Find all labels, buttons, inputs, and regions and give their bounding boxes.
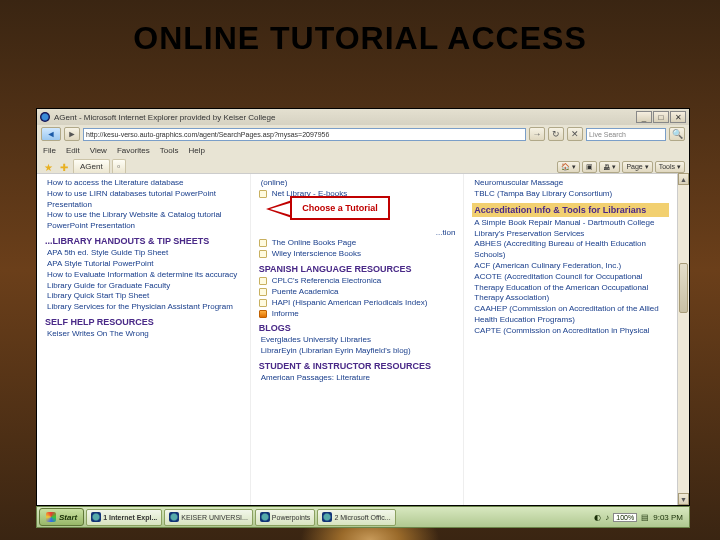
section-header: STUDENT & INSTRUCTOR RESOURCES [259, 360, 456, 372]
tray-icon[interactable]: ♪ [605, 513, 609, 522]
favorites-star-icon[interactable]: ★ [41, 161, 55, 173]
link-item[interactable]: How to Evaluate Information & determine … [45, 270, 242, 281]
tray-icon[interactable]: ▤ [641, 513, 649, 522]
doc-icon [259, 277, 267, 285]
link-item[interactable]: The Online Books Page [270, 238, 357, 249]
section-header: SPANISH LANGUAGE RESOURCES [259, 263, 456, 275]
app-icon [169, 512, 179, 522]
link-item[interactable]: How to use the Library Website & Catalog… [45, 210, 242, 232]
left-arrow-icon [266, 200, 292, 218]
add-favorite-icon[interactable]: ✚ [57, 161, 71, 173]
scroll-down-arrow-icon[interactable]: ▼ [678, 493, 689, 505]
doc-icon [259, 299, 267, 307]
browser-window: AGent - Microsoft Internet Explorer prov… [36, 108, 690, 506]
menu-edit[interactable]: Edit [66, 146, 80, 155]
link-item[interactable]: CPLC's Referencia Electronica [270, 276, 382, 287]
tools-menu[interactable]: Tools ▾ [655, 161, 685, 173]
zoom-indicator[interactable]: 100% [613, 513, 637, 522]
window-titlebar: AGent - Microsoft Internet Explorer prov… [37, 109, 689, 125]
stop-button[interactable]: ✕ [567, 127, 583, 141]
link-item[interactable]: TBLC (Tampa Bay Library Consortium) [472, 189, 669, 200]
callout-choose-tutorial: Choose a Tutorial [268, 196, 390, 228]
scroll-up-arrow-icon[interactable]: ▲ [678, 173, 689, 185]
doc-icon [259, 190, 267, 198]
taskbar: Start 1 Internet Expl... KEISER UNIVERSI… [36, 506, 690, 528]
close-button[interactable]: ✕ [670, 111, 686, 123]
link-item[interactable]: (online) [259, 178, 456, 189]
feeds-button[interactable]: ▣ [582, 161, 597, 173]
ie-icon [40, 112, 50, 122]
taskbar-item[interactable]: Powerpoints [255, 509, 316, 526]
app-icon [91, 512, 101, 522]
address-bar: ◄ ► http://kesu-verso.auto-graphics.com/… [37, 125, 689, 143]
link-item[interactable]: CAPTE (Commission on Accreditation in Ph… [472, 326, 669, 337]
clock[interactable]: 9:03 PM [653, 513, 683, 522]
search-button[interactable]: 🔍 [669, 127, 685, 141]
link-item[interactable]: American Passages: Literature [259, 373, 456, 384]
tab-agent[interactable]: AGent [73, 159, 110, 173]
taskbar-item[interactable]: 2 Microsoft Offic... [317, 509, 395, 526]
taskbar-item[interactable]: KEISER UNIVERSI... [164, 509, 253, 526]
search-input[interactable]: Live Search [586, 128, 666, 141]
link-item[interactable]: Puente Academica [270, 287, 339, 298]
windows-logo-icon [46, 512, 56, 522]
link-item[interactable]: Library Guide for Graduate Faculty [45, 281, 242, 292]
new-tab-button[interactable]: ▫ [112, 159, 126, 173]
link-item[interactable]: Keiser Writes On The Wrong [45, 329, 242, 340]
window-title: AGent - Microsoft Internet Explorer prov… [54, 113, 275, 122]
link-item[interactable]: Wiley Interscience Books [270, 249, 361, 260]
page-menu[interactable]: Page ▾ [622, 161, 652, 173]
section-header: ...LIBRARY HANDOUTS & TIP SHEETS [45, 235, 242, 247]
vertical-scrollbar[interactable]: ▲ ▼ [677, 173, 689, 505]
column-left: How to access the Literature database Ho… [37, 174, 251, 505]
link-item[interactable]: CAAHEP (Commission on Accreditation of t… [472, 304, 669, 326]
link-item[interactable]: LibrarEyin (Librarian Eyrin Mayfield's b… [259, 346, 456, 357]
link-item[interactable]: ACOTE (Accreditation Council for Occupat… [472, 272, 669, 304]
tab-bar: ★ ✚ AGent ▫ 🏠▾ ▣ 🖶▾ Page ▾ Tools ▾ [37, 157, 689, 173]
link-item[interactable]: HAPI (Hispanic American Periodicals Inde… [270, 298, 428, 309]
doc-icon [259, 239, 267, 247]
forward-button[interactable]: ► [64, 127, 80, 141]
link-item[interactable]: APA 5th ed. Style Guide Tip Sheet [45, 248, 242, 259]
print-button[interactable]: 🖶▾ [599, 161, 620, 173]
scroll-thumb[interactable] [679, 263, 688, 313]
app-icon [322, 512, 332, 522]
section-header: BLOGS [259, 322, 456, 334]
cut-text: ...tion [259, 228, 456, 239]
go-button[interactable]: → [529, 127, 545, 141]
start-button[interactable]: Start [39, 508, 84, 526]
app-icon [260, 512, 270, 522]
link-item[interactable]: Library Quick Start Tip Sheet [45, 291, 242, 302]
section-header: SELF HELP RESOURCES [45, 316, 242, 328]
link-item[interactable]: Library Services for the Physician Assis… [45, 302, 242, 313]
doc-icon [259, 310, 267, 318]
link-item[interactable]: Neuromuscular Massage [472, 178, 669, 189]
menu-bar: File Edit View Favorites Tools Help [37, 143, 689, 157]
column-right: Neuromuscular Massage TBLC (Tampa Bay Li… [464, 174, 677, 505]
link-item[interactable]: How to access the Literature database [45, 178, 242, 189]
section-header: Accreditation Info & Tools for Librarian… [472, 203, 669, 217]
tray-icon[interactable]: ◐ [594, 513, 601, 522]
link-item[interactable]: Everglades University Libraries [259, 335, 456, 346]
link-item[interactable]: Informe [270, 309, 299, 320]
callout-label: Choose a Tutorial [290, 196, 390, 220]
link-item[interactable]: APA Style Tutorial PowerPoint [45, 259, 242, 270]
menu-tools[interactable]: Tools [160, 146, 179, 155]
menu-favorites[interactable]: Favorites [117, 146, 150, 155]
minimize-button[interactable]: _ [636, 111, 652, 123]
link-item[interactable]: ACF (American Culinary Federation, Inc.) [472, 261, 669, 272]
link-item[interactable]: ABHES (Accrediting Bureau of Health Educ… [472, 239, 669, 261]
doc-icon [259, 288, 267, 296]
back-button[interactable]: ◄ [41, 127, 61, 141]
link-item[interactable]: A Simple Book Repair Manual - Dartmouth … [472, 218, 669, 240]
menu-view[interactable]: View [90, 146, 107, 155]
address-input[interactable]: http://kesu-verso.auto-graphics.com/agen… [83, 128, 526, 141]
refresh-button[interactable]: ↻ [548, 127, 564, 141]
maximize-button[interactable]: □ [653, 111, 669, 123]
menu-file[interactable]: File [43, 146, 56, 155]
menu-help[interactable]: Help [188, 146, 204, 155]
home-button[interactable]: 🏠▾ [557, 161, 580, 173]
system-tray: ◐ ♪ 100% ▤ 9:03 PM [590, 513, 687, 522]
link-item[interactable]: How to use LIRN databases tutorial Power… [45, 189, 242, 211]
taskbar-item[interactable]: 1 Internet Expl... [86, 509, 162, 526]
